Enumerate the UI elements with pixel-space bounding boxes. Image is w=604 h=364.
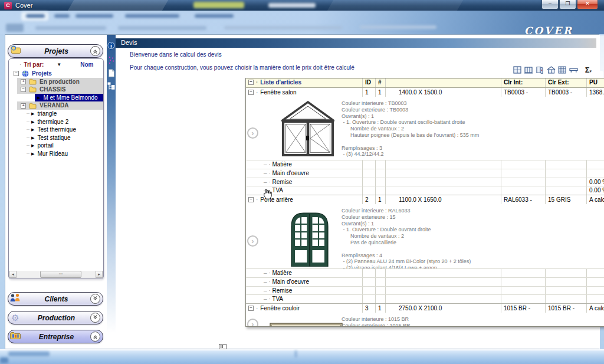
- tree-view-icon[interactable]: [107, 82, 115, 93]
- tree-item-test-statique[interactable]: ‒▶Test statique: [9, 134, 103, 142]
- blurred-ribbon-tab-text: [195, 14, 234, 18]
- collapse-article-icon[interactable]: −: [248, 90, 254, 95]
- chevron-up-icon[interactable]: [90, 332, 100, 342]
- cost-row-tva[interactable]: ‒ · TVA 0.00 %0.00: [246, 186, 604, 195]
- table-header-row: −·Liste d'articles ID # Clr Int: Clr Ext…: [246, 78, 604, 88]
- scroll-right-arrow-icon[interactable]: ►: [96, 271, 103, 278]
- blurred-ribbon-icons: [35, 26, 106, 30]
- project-arrow-icon: ▶: [31, 134, 34, 142]
- company-folder-icon: [8, 331, 22, 342]
- header-qty[interactable]: #: [376, 78, 386, 87]
- blurred-titlebar-item: [193, 2, 244, 8]
- tree-item-triangle[interactable]: ‒▶triangle: [9, 110, 103, 118]
- tree-horizontal-scrollbar[interactable]: ◄ ▪▪▪ ►: [9, 271, 103, 278]
- article-detail-2: › Couleur interieure : RAL6033Couleur ex…: [246, 204, 604, 268]
- sill-icon[interactable]: [569, 66, 578, 74]
- cost-row-mati-re[interactable]: ‒ · Matière 1368.51: [246, 160, 604, 169]
- production-gear-icon: ⚙: [8, 314, 22, 322]
- document-icon[interactable]: [107, 69, 115, 80]
- tree-item-projets[interactable]: −Projets: [9, 70, 103, 78]
- cost-row-mati-re[interactable]: ‒ · Matière A calculer...: [246, 268, 604, 277]
- expand-toggle-icon[interactable]: +: [21, 103, 26, 109]
- article-description: Couleur interieure : RAL6033Couleur exte…: [342, 208, 471, 268]
- info-icon[interactable]: [107, 42, 115, 53]
- tree-item-mur-rideau[interactable]: ‒▶Mur Rideau: [9, 150, 103, 158]
- facade-icon[interactable]: [524, 66, 533, 74]
- scroll-left-arrow-icon[interactable]: ◄: [9, 271, 17, 278]
- article-row-2[interactable]: −·Porte arrière 211100.0 X 1650.0 RAL603…: [246, 195, 604, 204]
- mouse-hand-cursor: [262, 189, 272, 202]
- panel-clients[interactable]: Clients: [8, 292, 103, 306]
- blurred-ribbon-icons: [6, 24, 24, 32]
- sort-dropdown-arrow-icon[interactable]: ▼: [57, 62, 61, 67]
- header-dims[interactable]: [386, 78, 501, 87]
- minimize-button[interactable]: –: [541, 0, 559, 9]
- cost-row-tva[interactable]: ‒ · TVA A calculer...: [246, 294, 604, 303]
- project-arrow-icon: ▶: [37, 94, 40, 102]
- article-type-toolbar: Σ▾: [513, 65, 592, 74]
- tree-connector: ‒: [27, 142, 29, 150]
- tree-item-veranda[interactable]: +VERANDA: [17, 101, 103, 110]
- tree-item-en-production[interactable]: +En production: [17, 78, 103, 86]
- project-arrow-icon: ▶: [31, 118, 34, 126]
- expand-toggle-icon[interactable]: +: [21, 79, 26, 84]
- article-row-1[interactable]: −·Fenêtre salon 111400.0 X 1500.0 TB0003…: [246, 88, 604, 97]
- cost-row-remise[interactable]: ‒ · Remise A calculer...: [246, 286, 604, 295]
- header-clr-ext[interactable]: Clr Ext:: [546, 78, 587, 87]
- projects-folder-icon: [8, 45, 22, 57]
- globe-icon: [22, 70, 29, 77]
- door-icon[interactable]: [536, 66, 544, 74]
- blurred-ribbon-icons: [360, 25, 436, 29]
- blurred-ribbon-tab-text: [26, 14, 45, 18]
- panel-entreprise[interactable]: Entreprise: [8, 330, 103, 343]
- sort-row[interactable]: · Tri par: ▼ Nom: [9, 59, 103, 70]
- header-clr-int[interactable]: Clr Int:: [501, 78, 546, 87]
- close-button[interactable]: ✕: [577, 0, 598, 9]
- veranda-icon[interactable]: [547, 66, 556, 74]
- window-icon[interactable]: [513, 66, 522, 74]
- options-dots-icon[interactable]: [107, 56, 115, 67]
- collapse-all-icon[interactable]: −: [248, 80, 254, 85]
- tree-item-m-et-mme-belmondo[interactable]: ▶M et Mme Belmondo: [35, 94, 103, 102]
- tree-item-thermique-2[interactable]: ‒▶thermique 2: [9, 118, 103, 126]
- article-row-3[interactable]: −·Fenêtre couloir 312750.0 X 2100.0 1015…: [246, 303, 604, 313]
- chevron-down-icon[interactable]: [90, 294, 100, 304]
- sum-icon[interactable]: Σ▾: [585, 65, 592, 74]
- scrollbar-thumb[interactable]: ▪▪▪: [40, 271, 81, 278]
- tree-item-test-thermique[interactable]: ‒▶Test thermique: [9, 126, 103, 134]
- screen: C Cover – ❐ ✕ COVER Gestionnaire de proj…: [0, 0, 604, 364]
- project-arrow-icon: ▶: [31, 142, 34, 150]
- cost-row-main-d-oeuvre[interactable]: ‒ · Main d'oeuvre 0.00: [246, 169, 604, 178]
- host-titlebar: C Cover – ❐ ✕: [0, 0, 604, 11]
- blurred-status-divider: [295, 350, 297, 358]
- status-grip-icon[interactable]: [219, 344, 226, 349]
- blurred-ribbon-tab-text: [76, 14, 113, 18]
- maximize-button[interactable]: ❐: [559, 0, 576, 9]
- collapse-article-icon[interactable]: −: [248, 306, 254, 311]
- article-detail-1: › Couleur interieure : TB0003Couleur ext…: [246, 97, 604, 160]
- tree-item-portail[interactable]: ‒▶portail: [9, 142, 103, 150]
- open-article-button[interactable]: ›: [247, 127, 258, 139]
- tree-item-chassis[interactable]: −CHASSIS: [17, 86, 103, 94]
- header-pu[interactable]: PU: [587, 78, 604, 87]
- collapse-article-icon[interactable]: −: [248, 197, 254, 202]
- sort-value[interactable]: Nom: [80, 61, 93, 68]
- header-id[interactable]: ID: [363, 78, 376, 87]
- header-liste-articles[interactable]: −·Liste d'articles: [246, 78, 363, 87]
- panel-production[interactable]: ⚙ Production: [8, 311, 103, 324]
- cost-row-main-d-oeuvre[interactable]: ‒ · Main d'oeuvre A calculer...: [246, 277, 604, 286]
- grid-icon[interactable]: [558, 66, 567, 74]
- chevron-up-icon[interactable]: [90, 46, 100, 56]
- open-article-button[interactable]: ›: [247, 319, 258, 326]
- titlebar-glass-streak: [68, 0, 168, 11]
- panel-projets[interactable]: Projets: [8, 44, 103, 58]
- expand-toggle-icon[interactable]: −: [14, 71, 19, 76]
- clients-people-icon: [8, 293, 22, 304]
- blurred-ribbon-icons: [224, 26, 342, 29]
- expand-toggle-icon[interactable]: −: [21, 87, 26, 92]
- chevron-down-icon[interactable]: [90, 313, 100, 323]
- open-article-button[interactable]: ›: [247, 235, 258, 247]
- folder-icon: [29, 78, 37, 85]
- host-ribbon: COVER Gestionnaire de projets: [0, 11, 604, 34]
- cost-row-remise[interactable]: ‒ · Remise 0.00 %0.00: [246, 178, 604, 186]
